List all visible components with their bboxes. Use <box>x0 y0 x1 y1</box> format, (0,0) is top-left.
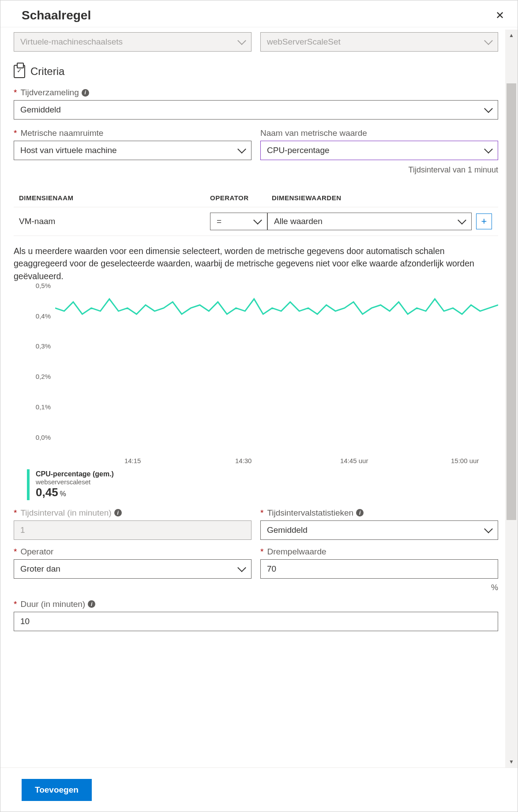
add-button[interactable]: Toevoegen <box>22 779 92 801</box>
th-operator: OPERATOR <box>210 194 272 202</box>
criteria-heading: Criteria <box>30 65 64 78</box>
scrollbar-thumb[interactable] <box>507 83 516 520</box>
duration-input[interactable]: 10 <box>14 612 498 631</box>
chart-legend: CPU-percentage (gem.) webserverscaleset … <box>27 469 498 500</box>
dimension-operator-select[interactable]: = <box>210 213 267 230</box>
info-icon[interactable]: i <box>114 509 122 516</box>
add-dimension-button[interactable]: + <box>476 213 492 229</box>
scroll-up-icon[interactable]: ▲ <box>505 30 518 41</box>
info-icon[interactable]: i <box>82 89 89 97</box>
dimension-help-text: Als u meerdere waarden voor een dimensie… <box>14 245 498 282</box>
chart-svg <box>55 293 498 445</box>
th-dimension: DIMENSIENAAM <box>14 194 210 202</box>
time-grain-note: Tijdsinterval van 1 minuut <box>260 165 498 175</box>
time-grain-input: 1 <box>14 520 251 540</box>
threshold-input[interactable]: 70 <box>260 559 498 579</box>
scroll-area: Virtuele-machineschaalsets webServerScal… <box>0 30 505 767</box>
info-icon[interactable]: i <box>88 600 95 608</box>
resource-select: webServerScaleSet <box>260 32 498 52</box>
operator-select[interactable]: Groter dan <box>14 559 251 579</box>
time-aggregation-select[interactable]: Gemiddeld <box>14 100 498 120</box>
dimension-name: VM-naam <box>14 217 210 226</box>
dimension-values-select[interactable]: Alle waarden <box>267 213 472 230</box>
dimension-row: VM-naam = Alle waarden + <box>14 207 498 236</box>
panel-title: Schaalregel <box>22 8 91 22</box>
metric-name-select[interactable]: CPU-percentage <box>260 141 498 160</box>
info-icon[interactable]: i <box>356 509 364 516</box>
criteria-icon <box>14 65 25 78</box>
th-values: DIMENSIEWAARDEN <box>272 194 498 202</box>
close-icon[interactable]: ✕ <box>495 9 504 22</box>
metric-namespace-select[interactable]: Host van virtuele machine <box>14 141 251 160</box>
legend-color-bar <box>27 469 30 500</box>
resource-type-select: Virtuele-machineschaalsets <box>14 32 251 52</box>
metric-chart: 0,0%0,1%0,2%0,3%0,4%0,5% 14:1514:3014:45… <box>27 293 498 469</box>
scrollbar[interactable]: ▲ ▼ <box>505 30 518 767</box>
time-statistic-select[interactable]: Gemiddeld <box>260 520 498 540</box>
scroll-down-icon[interactable]: ▼ <box>505 756 518 767</box>
